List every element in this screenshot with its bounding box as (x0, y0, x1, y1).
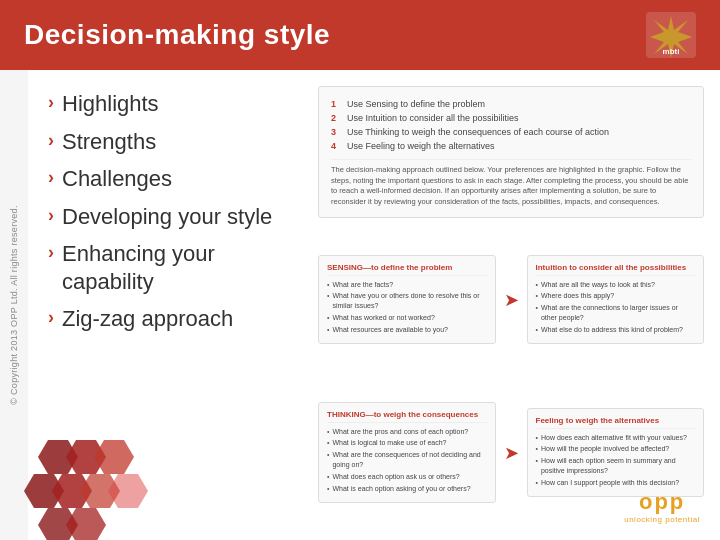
bullet-label-5: Enhancing your capability (62, 240, 308, 295)
arrow-thinking-feeling: ➤ (504, 442, 519, 464)
arrow-icon-4: › (48, 205, 54, 226)
bullet-enhancing: › Enhancing your capability (48, 240, 308, 295)
arrow-icon-6: › (48, 307, 54, 328)
feeling-bullet-3: How will each option seem in summary and… (536, 456, 696, 476)
doc-item-3: 3 Use Thinking to weigh the consequences… (331, 125, 691, 139)
sensing-card-title: SENSING—to define the problem (327, 263, 487, 276)
arrow-icon-1: › (48, 92, 54, 113)
sensing-bullet-4: What resources are available to you? (327, 325, 487, 335)
thinking-bullet-3: What are the consequences of not decidin… (327, 450, 487, 470)
sensing-bullet-2: What have you or others done to resolve … (327, 291, 487, 311)
bullet-label-6: Zig-zag approach (62, 305, 233, 333)
mbti-logo: mbti (646, 12, 696, 58)
arrow-sensing-intuition: ➤ (504, 289, 519, 311)
doc-list: 1 Use Sensing to define the problem 2 Us… (331, 97, 691, 153)
thinking-card: THINKING—to weigh the consequences What … (318, 402, 496, 504)
bullet-highlights: › Highlights (48, 90, 308, 118)
doc-item-2: 2 Use Intuition to consider all the poss… (331, 111, 691, 125)
page-title: Decision-making style (24, 19, 330, 51)
sensing-bullet-1: What are the facts? (327, 280, 487, 290)
doc-text-4: Use Feeling to weigh the alternatives (347, 141, 495, 151)
hex-decoration (18, 430, 198, 540)
arrow-icon-5: › (48, 242, 54, 263)
feeling-bullet-1: How does each alternative fit with your … (536, 433, 696, 443)
thinking-bullet-1: What are the pros and cons of each optio… (327, 427, 487, 437)
thinking-bullet-4: What does each option ask us or others? (327, 472, 487, 482)
right-column: 1 Use Sensing to define the problem 2 Us… (318, 70, 720, 540)
thinking-bullet-2: What is logical to make use of each? (327, 438, 487, 448)
copyright-text: © Copyright 2013 OPP Ltd. All rights res… (9, 205, 19, 404)
doc-text-1: Use Sensing to define the problem (347, 99, 485, 109)
bullet-developing: › Developing your style (48, 203, 308, 231)
doc-text-2: Use Intuition to consider all the possib… (347, 113, 519, 123)
sensing-card: SENSING—to define the problem What are t… (318, 255, 496, 345)
doc-preview: 1 Use Sensing to define the problem 2 Us… (318, 86, 704, 218)
thinking-card-title: THINKING—to weigh the consequences (327, 410, 487, 423)
doc-body-text: The decision-making approach outlined be… (331, 159, 691, 207)
intuition-card-title: Intuition to consider all the possibilit… (536, 263, 696, 276)
thinking-bullet-5: What is each option asking of you or oth… (327, 484, 487, 494)
intuition-bullet-3: What are the connections to larger issue… (536, 303, 696, 323)
bullet-label-1: Highlights (62, 90, 159, 118)
intuition-bullet-4: What else do to address this kind of pro… (536, 325, 696, 335)
svg-marker-11 (66, 508, 106, 540)
arrow-icon-2: › (48, 130, 54, 151)
bullet-label-4: Developing your style (62, 203, 272, 231)
main-content: › Highlights › Strengths › Challenges › … (28, 70, 720, 540)
feeling-card: Feeling to weigh the alternatives How do… (527, 408, 705, 498)
doc-text-3: Use Thinking to weigh the consequences o… (347, 127, 609, 137)
doc-num-1: 1 (331, 99, 343, 109)
doc-item-1: 1 Use Sensing to define the problem (331, 97, 691, 111)
sensing-bullet-3: What has worked or not worked? (327, 313, 487, 323)
bullet-challenges: › Challenges (48, 165, 308, 193)
intuition-card: Intuition to consider all the possibilit… (527, 255, 705, 345)
bullet-label-3: Challenges (62, 165, 172, 193)
opp-logo-text: opp (624, 489, 700, 515)
opp-logo: opp unlocking potential (624, 489, 700, 524)
doc-item-4: 4 Use Feeling to weigh the alternatives (331, 139, 691, 153)
opp-tagline: unlocking potential (624, 515, 700, 524)
intuition-bullet-2: Where does this apply? (536, 291, 696, 301)
feeling-card-title: Feeling to weigh the alternatives (536, 416, 696, 429)
top-cards-row: SENSING—to define the problem What are t… (318, 228, 704, 371)
arrow-icon-3: › (48, 167, 54, 188)
bullet-strengths: › Strengths (48, 128, 308, 156)
header-bar: Decision-making style mbti (0, 0, 720, 70)
left-column: › Highlights › Strengths › Challenges › … (28, 70, 318, 540)
svg-text:mbti: mbti (663, 47, 680, 56)
doc-num-2: 2 (331, 113, 343, 123)
feeling-bullet-4: How can I support people with this decis… (536, 478, 696, 488)
feeling-bullet-2: How will the people involved be affected… (536, 444, 696, 454)
intuition-bullet-1: What are all the ways to look at this? (536, 280, 696, 290)
bullet-zigzag: › Zig-zag approach (48, 305, 308, 333)
doc-num-3: 3 (331, 127, 343, 137)
svg-marker-5 (94, 440, 134, 474)
svg-marker-9 (108, 474, 148, 508)
doc-num-4: 4 (331, 141, 343, 151)
bullet-label-2: Strengths (62, 128, 156, 156)
